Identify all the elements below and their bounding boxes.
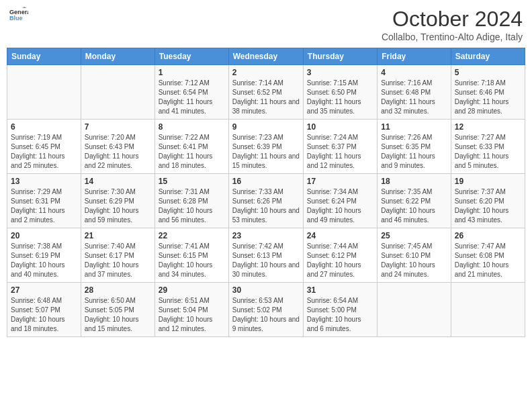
cell-info: Sunrise: 7:37 AMSunset: 6:20 PMDaylight:… (455, 188, 509, 224)
svg-text:Blue: Blue (9, 15, 23, 21)
cell-date: 5 (455, 68, 521, 77)
cell-info: Sunrise: 7:24 AMSunset: 6:37 PMDaylight:… (307, 134, 361, 169)
table-row: 20 Sunrise: 7:38 AMSunset: 6:19 PMDaylig… (7, 228, 81, 283)
cell-info: Sunrise: 6:51 AMSunset: 5:04 PMDaylight:… (159, 297, 213, 332)
table-row: 7 Sunrise: 7:20 AMSunset: 6:43 PMDayligh… (81, 120, 154, 174)
table-row: 30 Sunrise: 6:53 AMSunset: 5:02 PMDaylig… (228, 283, 303, 337)
cell-date: 17 (307, 177, 373, 186)
cell-info: Sunrise: 7:33 AMSunset: 6:26 PMDaylight:… (232, 188, 300, 224)
table-row: 21 Sunrise: 7:40 AMSunset: 6:17 PMDaylig… (81, 228, 154, 283)
table-row: 22 Sunrise: 7:41 AMSunset: 6:15 PMDaylig… (154, 228, 228, 283)
table-row: 5 Sunrise: 7:18 AMSunset: 6:46 PMDayligh… (451, 65, 525, 120)
cell-info: Sunrise: 7:15 AMSunset: 6:50 PMDaylight:… (307, 79, 361, 115)
table-row: 28 Sunrise: 6:50 AMSunset: 5:05 PMDaylig… (81, 283, 154, 337)
cell-date: 8 (159, 122, 225, 132)
cell-info: Sunrise: 6:53 AMSunset: 5:02 PMDaylight:… (232, 297, 300, 332)
cell-info: Sunrise: 7:16 AMSunset: 6:48 PMDaylight:… (381, 79, 435, 115)
table-row: 3 Sunrise: 7:15 AMSunset: 6:50 PMDayligh… (303, 65, 377, 120)
cell-info: Sunrise: 7:40 AMSunset: 6:17 PMDaylight:… (85, 242, 139, 278)
cell-date: 18 (381, 177, 447, 186)
table-row: 16 Sunrise: 7:33 AMSunset: 6:26 PMDaylig… (228, 174, 303, 228)
cell-date: 31 (307, 285, 373, 295)
cell-info: Sunrise: 7:27 AMSunset: 6:33 PMDaylight:… (455, 134, 509, 169)
table-row: 25 Sunrise: 7:45 AMSunset: 6:10 PMDaylig… (378, 228, 451, 283)
cell-date: 16 (232, 177, 300, 186)
cell-info: Sunrise: 7:30 AMSunset: 6:29 PMDaylight:… (85, 188, 139, 224)
cell-date: 9 (232, 122, 300, 132)
calendar-table: Sunday Monday Tuesday Wednesday Thursday… (7, 48, 525, 337)
cell-date: 7 (85, 122, 151, 132)
cell-info: Sunrise: 7:38 AMSunset: 6:19 PMDaylight:… (11, 242, 65, 278)
calendar-week-row: 6 Sunrise: 7:19 AMSunset: 6:45 PMDayligh… (7, 120, 525, 174)
cell-info: Sunrise: 7:45 AMSunset: 6:10 PMDaylight:… (381, 242, 435, 278)
table-row: 14 Sunrise: 7:30 AMSunset: 6:29 PMDaylig… (81, 174, 154, 228)
calendar-week-row: 1 Sunrise: 7:12 AMSunset: 6:54 PMDayligh… (7, 65, 525, 120)
cell-date: 28 (85, 285, 151, 295)
cell-info: Sunrise: 7:44 AMSunset: 6:12 PMDaylight:… (307, 242, 361, 278)
cell-info: Sunrise: 7:26 AMSunset: 6:35 PMDaylight:… (381, 134, 435, 169)
cell-info: Sunrise: 6:48 AMSunset: 5:07 PMDaylight:… (11, 297, 65, 332)
table-row: 6 Sunrise: 7:19 AMSunset: 6:45 PMDayligh… (7, 120, 81, 174)
cell-info: Sunrise: 7:22 AMSunset: 6:41 PMDaylight:… (159, 134, 213, 169)
header-friday: Friday (378, 48, 451, 65)
table-row (81, 65, 154, 120)
cell-date: 29 (159, 285, 225, 295)
table-row: 29 Sunrise: 6:51 AMSunset: 5:04 PMDaylig… (154, 283, 228, 337)
cell-date: 2 (232, 68, 300, 77)
cell-date: 1 (159, 68, 225, 77)
table-row: 8 Sunrise: 7:22 AMSunset: 6:41 PMDayligh… (154, 120, 228, 174)
cell-info: Sunrise: 7:23 AMSunset: 6:39 PMDaylight:… (232, 134, 300, 169)
cell-date: 30 (232, 285, 300, 295)
table-row: 26 Sunrise: 7:47 AMSunset: 6:08 PMDaylig… (451, 228, 525, 283)
cell-info: Sunrise: 7:20 AMSunset: 6:43 PMDaylight:… (85, 134, 139, 169)
table-row: 24 Sunrise: 7:44 AMSunset: 6:12 PMDaylig… (303, 228, 377, 283)
cell-date: 24 (307, 231, 373, 240)
table-row: 13 Sunrise: 7:29 AMSunset: 6:31 PMDaylig… (7, 174, 81, 228)
logo: General Blue (9, 7, 28, 26)
svg-marker-1 (23, 7, 27, 8)
title-section: October 2024 Collalbo, Trentino-Alto Adi… (382, 7, 523, 42)
table-row: 2 Sunrise: 7:14 AMSunset: 6:52 PMDayligh… (228, 65, 303, 120)
table-row: 31 Sunrise: 6:54 AMSunset: 5:00 PMDaylig… (303, 283, 377, 337)
cell-info: Sunrise: 7:12 AMSunset: 6:54 PMDaylight:… (159, 79, 213, 115)
month-title: October 2024 (382, 7, 523, 32)
cell-date: 10 (307, 122, 373, 132)
table-row: 23 Sunrise: 7:42 AMSunset: 6:13 PMDaylig… (228, 228, 303, 283)
calendar-week-row: 27 Sunrise: 6:48 AMSunset: 5:07 PMDaylig… (7, 283, 525, 337)
table-row: 1 Sunrise: 7:12 AMSunset: 6:54 PMDayligh… (154, 65, 228, 120)
header-wednesday: Wednesday (228, 48, 303, 65)
cell-date: 19 (455, 177, 521, 186)
table-row: 18 Sunrise: 7:35 AMSunset: 6:22 PMDaylig… (378, 174, 451, 228)
cell-date: 11 (381, 122, 447, 132)
logo-icon: General Blue (9, 7, 28, 26)
cell-info: Sunrise: 7:14 AMSunset: 6:52 PMDaylight:… (232, 79, 300, 115)
cell-date: 15 (159, 177, 225, 186)
table-row (7, 65, 81, 120)
cell-info: Sunrise: 7:19 AMSunset: 6:45 PMDaylight:… (11, 134, 65, 169)
cell-date: 3 (307, 68, 373, 77)
table-row: 12 Sunrise: 7:27 AMSunset: 6:33 PMDaylig… (451, 120, 525, 174)
cell-date: 4 (381, 68, 447, 77)
calendar-week-row: 13 Sunrise: 7:29 AMSunset: 6:31 PMDaylig… (7, 174, 525, 228)
cell-date: 27 (11, 285, 77, 295)
table-row: 11 Sunrise: 7:26 AMSunset: 6:35 PMDaylig… (378, 120, 451, 174)
header-monday: Monday (81, 48, 154, 65)
cell-info: Sunrise: 7:29 AMSunset: 6:31 PMDaylight:… (11, 188, 65, 224)
cell-info: Sunrise: 7:42 AMSunset: 6:13 PMDaylight:… (232, 242, 300, 278)
page-header: General Blue October 2024 Collalbo, Tren… (7, 7, 525, 42)
cell-date: 20 (11, 231, 77, 240)
cell-date: 25 (381, 231, 447, 240)
header-sunday: Sunday (7, 48, 81, 65)
table-row: 15 Sunrise: 7:31 AMSunset: 6:28 PMDaylig… (154, 174, 228, 228)
table-row: 10 Sunrise: 7:24 AMSunset: 6:37 PMDaylig… (303, 120, 377, 174)
table-row (451, 283, 525, 337)
table-row (378, 283, 451, 337)
cell-info: Sunrise: 7:47 AMSunset: 6:08 PMDaylight:… (455, 242, 509, 278)
cell-info: Sunrise: 7:35 AMSunset: 6:22 PMDaylight:… (381, 188, 435, 224)
table-row: 9 Sunrise: 7:23 AMSunset: 6:39 PMDayligh… (228, 120, 303, 174)
day-header-row: Sunday Monday Tuesday Wednesday Thursday… (7, 48, 525, 65)
cell-date: 14 (85, 177, 151, 186)
cell-info: Sunrise: 6:50 AMSunset: 5:05 PMDaylight:… (85, 297, 139, 332)
header-saturday: Saturday (451, 48, 525, 65)
cell-date: 12 (455, 122, 521, 132)
